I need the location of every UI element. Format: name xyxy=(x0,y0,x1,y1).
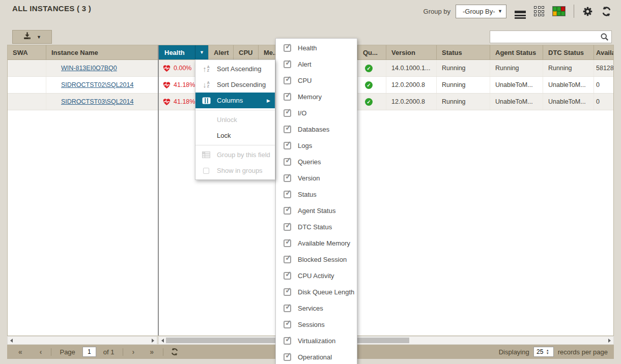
next-page-button[interactable]: › xyxy=(127,348,140,356)
submenu-item-logs[interactable]: Logs xyxy=(276,137,357,154)
first-page-button[interactable]: « xyxy=(13,348,27,356)
submenu-item-queries[interactable]: Queries xyxy=(276,154,357,170)
swa-cell xyxy=(8,60,46,76)
column-header-version[interactable]: Version xyxy=(386,45,437,59)
column-header-agent-status[interactable]: Agent Status xyxy=(490,45,543,59)
queries-cell: ✓ xyxy=(358,94,386,110)
submenu-item-alert[interactable]: Alert xyxy=(276,56,357,72)
menu-item-show-in-groups[interactable]: Show in groups xyxy=(195,163,275,178)
checkbox-checked-icon[interactable] xyxy=(284,207,291,215)
column-header-queries[interactable]: Qu... xyxy=(358,45,386,59)
menu-item-columns[interactable]: Columns ▶ xyxy=(195,93,275,108)
last-page-button[interactable]: » xyxy=(145,348,159,356)
checkbox-checked-icon[interactable] xyxy=(284,239,291,247)
list-view-icon[interactable] xyxy=(515,9,526,13)
submenu-item-cpu-activity[interactable]: CPU Activity xyxy=(276,267,357,284)
column-header-alert[interactable]: Alert xyxy=(209,45,234,59)
group-by-dropdown[interactable]: -Group By- ▼ xyxy=(456,5,506,18)
frozen-pane-divider[interactable] xyxy=(158,45,159,336)
page-label: Page xyxy=(60,348,75,356)
menu-item-label: Columns xyxy=(217,97,243,104)
submenu-item-virtualization[interactable]: Virtualization xyxy=(276,332,357,349)
column-header-cpu[interactable]: CPU xyxy=(234,45,259,59)
scroll-right-icon[interactable] xyxy=(152,339,154,343)
menu-item-label: Show in groups xyxy=(217,167,263,174)
submenu-item-dtc-status[interactable]: DTC Status xyxy=(276,219,357,235)
refresh-grid-icon[interactable] xyxy=(171,348,179,356)
checkbox-checked-icon[interactable] xyxy=(284,174,291,182)
checkbox-checked-icon[interactable] xyxy=(284,77,291,84)
column-header-available[interactable]: Availab xyxy=(594,45,613,59)
checkbox-checked-icon[interactable] xyxy=(284,288,291,296)
swa-cell xyxy=(8,94,46,110)
checkbox-checked-icon[interactable] xyxy=(284,142,291,149)
checkbox-checked-icon[interactable] xyxy=(284,321,291,328)
submenu-item-label: Health xyxy=(298,44,317,52)
scroll-left-icon[interactable] xyxy=(10,339,13,343)
column-header-health[interactable]: Health ▼ xyxy=(159,45,209,59)
submenu-item-disk-queue-length[interactable]: Disk Queue Length xyxy=(276,284,357,300)
checkbox-checked-icon[interactable] xyxy=(284,126,291,133)
column-header-dtc-status[interactable]: DTC Status xyxy=(543,45,594,59)
export-button[interactable]: ▼ xyxy=(12,30,52,44)
page-size-input[interactable] xyxy=(534,348,546,355)
checkbox-checked-icon[interactable] xyxy=(284,60,291,68)
column-header-instance-name[interactable]: Instance Name xyxy=(46,45,158,59)
checkbox-checked-icon[interactable] xyxy=(284,305,291,312)
checkbox-checked-icon[interactable] xyxy=(284,223,291,231)
submenu-item-memory[interactable]: Memory xyxy=(276,88,357,105)
search-icon[interactable] xyxy=(600,33,609,41)
checkbox-checked-icon[interactable] xyxy=(284,353,291,361)
submenu-item-available-memory[interactable]: Available Memory xyxy=(276,235,357,251)
checkbox-checked-icon[interactable] xyxy=(284,93,291,101)
menu-item-group-by-field[interactable]: Group by this field xyxy=(195,147,275,163)
agent-status-cell: UnableToM... xyxy=(490,94,543,110)
settings-gear-icon[interactable] xyxy=(582,6,593,17)
columns-icon xyxy=(200,97,213,104)
prev-page-button[interactable]: ‹ xyxy=(35,348,47,356)
right-pane-scrollbar[interactable] xyxy=(158,336,614,345)
menu-item-sort-ascending[interactable]: ↑AZ Sort Ascending xyxy=(195,61,275,77)
submenu-item-operational[interactable]: Operational xyxy=(276,349,357,364)
page-number-input[interactable] xyxy=(82,347,96,357)
checkbox-checked-icon[interactable] xyxy=(284,191,291,198)
submenu-item-sessions[interactable]: Sessions xyxy=(276,316,357,332)
checkbox-checked-icon[interactable] xyxy=(284,272,291,280)
menu-item-unlock[interactable]: Unlock xyxy=(195,112,275,128)
instance-link[interactable]: SIDROCTST02\SQL2014 xyxy=(61,81,133,88)
instance-link[interactable]: SIDROCTST03\SQL2014 xyxy=(61,98,133,105)
checkbox-checked-icon[interactable] xyxy=(284,44,291,52)
submenu-item-cpu[interactable]: CPU xyxy=(276,72,357,88)
checkbox-checked-icon[interactable] xyxy=(284,256,291,263)
column-header-swa[interactable]: SWA xyxy=(8,45,46,59)
grid-view-icon[interactable] xyxy=(534,6,544,16)
submenu-item-services[interactable]: Services xyxy=(276,300,357,316)
column-header-status[interactable]: Status xyxy=(437,45,490,59)
submenu-item-label: Blocked Session xyxy=(298,256,347,263)
submenu-item-version[interactable]: Version xyxy=(276,170,357,186)
submenu-item-blocked-session[interactable]: Blocked Session xyxy=(276,251,357,267)
submenu-item-label: Status xyxy=(298,191,317,198)
spinner-arrows-icon[interactable]: ▲▼ xyxy=(546,349,549,355)
submenu-item-databases[interactable]: Databases xyxy=(276,121,357,137)
checkbox-checked-icon[interactable] xyxy=(284,158,291,166)
submenu-item-agent-status[interactable]: Agent Status xyxy=(276,202,357,219)
submenu-item-status[interactable]: Status xyxy=(276,186,357,202)
checkbox-checked-icon[interactable] xyxy=(284,109,291,117)
checkbox-checked-icon[interactable] xyxy=(284,337,291,345)
chevron-down-icon[interactable]: ▼ xyxy=(195,50,208,55)
column-context-menu: ↑AZ Sort Ascending ↓AZ Sort Descending C… xyxy=(195,59,275,180)
menu-item-lock[interactable]: Lock xyxy=(195,128,275,143)
refresh-icon[interactable] xyxy=(601,6,612,17)
submenu-item-health[interactable]: Health xyxy=(276,40,357,56)
scroll-right-icon[interactable] xyxy=(608,339,611,343)
menu-item-sort-descending[interactable]: ↓AZ Sort Descending xyxy=(195,77,275,93)
heatmap-view-icon[interactable] xyxy=(552,6,566,16)
status-cell: Running xyxy=(437,94,490,110)
submenu-item-io[interactable]: I/O xyxy=(276,105,357,121)
search-input[interactable] xyxy=(490,31,600,43)
submenu-item-label: CPU Activity xyxy=(298,272,334,280)
instance-link[interactable]: WIN-813EI0O7BQ0 xyxy=(61,65,117,72)
scroll-left-icon[interactable] xyxy=(161,339,164,343)
left-pane-scrollbar[interactable] xyxy=(7,336,157,345)
